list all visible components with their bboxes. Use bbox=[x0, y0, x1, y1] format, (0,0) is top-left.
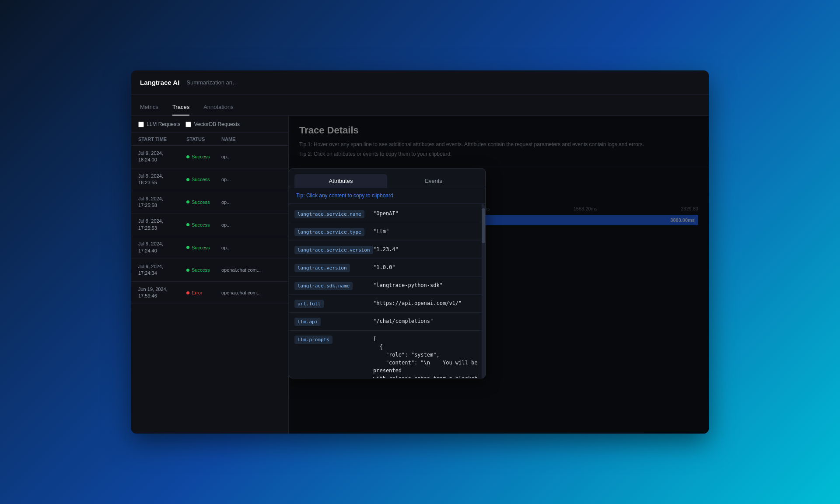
left-panel: LLM Requests VectorDB Requests Start Tim… bbox=[131, 116, 289, 434]
vectordb-requests-filter[interactable]: VectorDB Requests bbox=[186, 121, 240, 127]
attr-key-badge: langtrace.sdk.name bbox=[294, 282, 353, 290]
filter-bar: LLM Requests VectorDB Requests bbox=[131, 116, 288, 133]
table-row[interactable]: Jun 19, 2024,17:59:46 Error openai.chat.… bbox=[131, 282, 288, 304]
attributes-modal: Attributes Events Tip: Click any content… bbox=[289, 168, 486, 378]
table-row[interactable]: Jul 9, 2024,17:24:40 Success op... bbox=[131, 236, 288, 259]
attr-key-badge: langtrace.service.name bbox=[294, 210, 364, 218]
status-dot-success bbox=[186, 178, 189, 181]
attr-value: "OpenAI" bbox=[368, 205, 485, 222]
attr-row[interactable]: langtrace.service.name "OpenAI" bbox=[289, 205, 485, 223]
tab-annotations[interactable]: Annotations bbox=[203, 104, 234, 116]
llm-requests-filter[interactable]: LLM Requests bbox=[138, 121, 180, 127]
table-row[interactable]: Jul 9, 2024,18:23:55 Success op... bbox=[131, 168, 288, 191]
status-dot-success bbox=[186, 269, 189, 272]
status-dot-success bbox=[186, 223, 189, 226]
attr-value: "llm" bbox=[368, 223, 485, 240]
attr-row[interactable]: langtrace.service.type "llm" bbox=[289, 223, 485, 241]
nav-tabs: Metrics Traces Annotations bbox=[131, 95, 709, 116]
attr-key-badge: llm.prompts bbox=[294, 336, 332, 344]
table-header: Start Time Status Name bbox=[131, 133, 288, 146]
status-dot-success bbox=[186, 246, 189, 249]
status-dot-success bbox=[186, 200, 189, 203]
attr-key-badge: langtrace.service.version bbox=[294, 246, 373, 254]
attr-key-badge: url.full bbox=[294, 300, 324, 308]
vectordb-requests-checkbox[interactable] bbox=[186, 122, 191, 127]
table-row[interactable]: Jul 9, 2024,18:24:00 Success op... bbox=[131, 146, 288, 168]
attr-value: "langtrace-python-sdk" bbox=[368, 277, 485, 294]
table-row[interactable]: Jul 9, 2024,17:25:53 Success op... bbox=[131, 214, 288, 236]
modal-body: langtrace.service.name "OpenAI" langtrac… bbox=[289, 203, 485, 378]
attr-row[interactable]: langtrace.service.version "1.23.4" bbox=[289, 241, 485, 259]
attr-key-badge: llm.api bbox=[294, 318, 321, 326]
scrollbar-thumb[interactable] bbox=[482, 208, 485, 243]
table-row[interactable]: Jul 9, 2024,17:24:34 Success openai.chat… bbox=[131, 259, 288, 282]
status-dot-success bbox=[186, 155, 189, 158]
status-dot-error bbox=[186, 291, 189, 294]
modal-overlay: Attributes Events Tip: Click any content… bbox=[289, 116, 709, 434]
attr-row[interactable]: url.full "https://api.openai.com/v1/" bbox=[289, 295, 485, 313]
trace-list: Jul 9, 2024,18:24:00 Success op... Jul 9… bbox=[131, 146, 288, 434]
llm-requests-checkbox[interactable] bbox=[138, 122, 144, 127]
modal-tip: Tip: Click any content to copy to clipbo… bbox=[289, 188, 485, 203]
tab-metrics[interactable]: Metrics bbox=[140, 104, 158, 116]
table-row[interactable]: Jul 9, 2024,17:25:58 Success op... bbox=[131, 191, 288, 214]
attr-value: "1.23.4" bbox=[368, 241, 485, 258]
attr-value: [ { "role": "system", "content": "\n You… bbox=[368, 331, 485, 378]
attr-row[interactable]: llm.prompts [ { "role": "system", "conte… bbox=[289, 331, 485, 378]
app-window: Langtrace AI Summarization and l... Metr… bbox=[131, 70, 709, 434]
modal-tab-events[interactable]: Events bbox=[387, 174, 480, 188]
attr-row[interactable]: llm.api "/chat/completions" bbox=[289, 313, 485, 331]
modal-tab-attributes[interactable]: Attributes bbox=[294, 174, 387, 188]
main-content: LLM Requests VectorDB Requests Start Tim… bbox=[131, 116, 709, 434]
attr-value: "1.0.0" bbox=[368, 259, 485, 276]
app-logo: Langtrace AI bbox=[140, 79, 179, 86]
top-bar: Langtrace AI Summarization and l... bbox=[131, 70, 709, 95]
attr-key-badge: langtrace.service.type bbox=[294, 228, 364, 236]
project-name: Summarization and l... bbox=[186, 79, 239, 86]
attr-row[interactable]: langtrace.version "1.0.0" bbox=[289, 259, 485, 277]
right-panel: Trace Details Tip 1: Hover over any span… bbox=[289, 116, 709, 434]
scrollbar-track bbox=[482, 204, 485, 378]
attr-row[interactable]: langtrace.sdk.name "langtrace-python-sdk… bbox=[289, 277, 485, 295]
attr-value: "https://api.openai.com/v1/" bbox=[368, 295, 485, 312]
modal-tabs: Attributes Events bbox=[289, 169, 485, 188]
tab-traces[interactable]: Traces bbox=[172, 104, 189, 116]
attr-value: "/chat/completions" bbox=[368, 313, 485, 329]
attr-key-badge: langtrace.version bbox=[294, 264, 350, 272]
